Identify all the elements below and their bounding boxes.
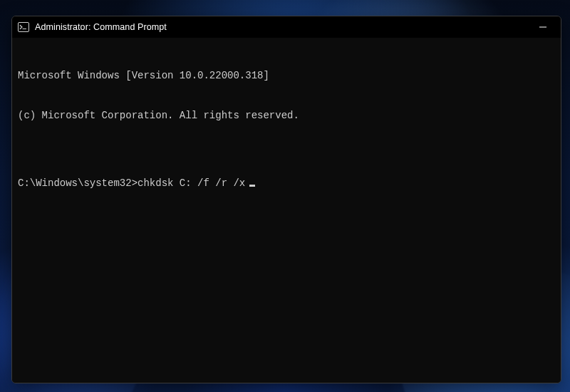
command-prompt-window: Administrator: Command Prompt Microsoft …	[11, 16, 561, 383]
terminal-cursor	[249, 185, 255, 187]
titlebar[interactable]: Administrator: Command Prompt	[12, 16, 561, 38]
terminal-output[interactable]: Microsoft Windows [Version 10.0.22000.31…	[12, 38, 561, 383]
terminal-prompt: C:\Windows\system32>	[18, 177, 138, 189]
terminal-line: (c) Microsoft Corporation. All rights re…	[18, 109, 555, 123]
window-title: Administrator: Command Prompt	[35, 22, 167, 32]
terminal-command: chkdsk C: /f /r /x	[138, 177, 245, 189]
svg-rect-0	[19, 23, 29, 32]
terminal-line: Microsoft Windows [Version 10.0.22000.31…	[18, 69, 555, 83]
command-prompt-icon	[18, 21, 29, 33]
minimize-button[interactable]	[527, 16, 559, 38]
terminal-prompt-line: C:\Windows\system32>chkdsk C: /f /r /x	[18, 177, 555, 190]
